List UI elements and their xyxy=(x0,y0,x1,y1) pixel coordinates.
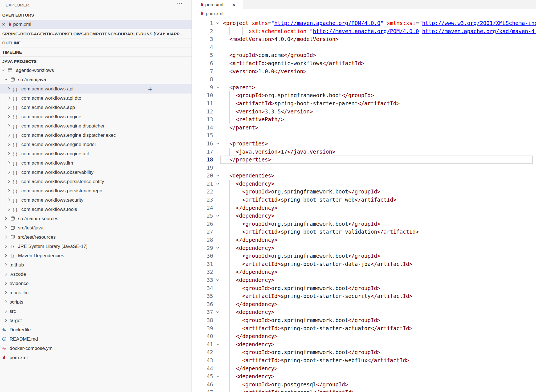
breadcrumb[interactable]: pom.xml xyxy=(192,9,536,18)
fold-icon[interactable] xyxy=(215,83,221,92)
code-line-8[interactable]: 8 xyxy=(192,75,536,83)
more-actions-icon[interactable]: ⋯ xyxy=(177,0,183,7)
line-number[interactable]: 27 xyxy=(192,228,213,236)
code-line-16[interactable]: 16 <properties> xyxy=(192,140,536,148)
line-number[interactable]: 32 xyxy=(192,268,213,276)
line-number[interactable]: 9 xyxy=(192,83,213,92)
chevron-right-icon[interactable] xyxy=(7,207,11,213)
tree-item-src-test-java[interactable]: src/test/java xyxy=(0,223,191,233)
open-editors-section-header[interactable]: OPEN EDITORS xyxy=(0,10,191,20)
fold-icon[interactable] xyxy=(215,340,221,348)
code-line-31[interactable]: 31 <artifactId>spring-boot-starter-data-… xyxy=(192,260,536,268)
fold-icon[interactable] xyxy=(215,212,221,220)
code-line-6[interactable]: 6 <artifactId>agentic-workflows</artifac… xyxy=(192,59,536,67)
code-line-47[interactable]: 47 <artifactId>postgresql</artifactId> xyxy=(192,388,536,392)
chevron-right-icon[interactable] xyxy=(4,253,8,259)
line-number[interactable]: 44 xyxy=(192,364,213,373)
code-line-34[interactable]: 34 <groupId>org.springframework.boot</gr… xyxy=(192,284,536,292)
close-icon[interactable]: × xyxy=(232,1,236,9)
timeline-section-header[interactable]: TIMELINE xyxy=(0,47,191,56)
chevron-right-icon[interactable] xyxy=(4,244,8,250)
chevron-down-icon[interactable] xyxy=(4,77,8,83)
chevron-right-icon[interactable] xyxy=(7,105,11,111)
line-number[interactable]: 37 xyxy=(192,308,213,316)
code-line-3[interactable]: 3 <modelVersion>4.0.0</modelVersion> xyxy=(192,35,536,43)
line-number[interactable]: 16 xyxy=(192,140,213,148)
line-number[interactable]: 31 xyxy=(192,260,213,268)
line-number[interactable]: 33 xyxy=(192,276,213,284)
chevron-right-icon[interactable] xyxy=(7,198,11,203)
code-line-25[interactable]: 25 <dependency> xyxy=(192,212,536,220)
fold-icon[interactable] xyxy=(215,180,221,188)
line-number[interactable]: 20 xyxy=(192,172,213,180)
code-line-37[interactable]: 37 <dependency> xyxy=(192,308,536,316)
line-number[interactable]: 47 xyxy=(192,388,213,392)
code-line-7[interactable]: 7 <version>1.0.0</version> xyxy=(192,67,536,76)
tree-item-evidence[interactable]: evidence xyxy=(0,279,191,288)
chevron-right-icon[interactable] xyxy=(4,272,8,277)
line-number[interactable]: 15 xyxy=(192,131,213,140)
tree-item-src[interactable]: src xyxy=(0,307,191,316)
line-number[interactable]: 36 xyxy=(192,300,213,308)
code-line-9[interactable]: 9 <parent> xyxy=(192,83,536,92)
line-number[interactable]: 17 xyxy=(192,148,213,156)
outline-section-header[interactable]: OUTLINE xyxy=(0,38,191,47)
line-number[interactable]: 4 xyxy=(192,43,213,51)
tree-item-scripts[interactable]: scripts xyxy=(0,297,191,307)
code-line-21[interactable]: 21 <dependency> xyxy=(192,180,536,188)
line-number[interactable]: 7 xyxy=(192,67,213,76)
tree-item-com-acme-workflows-persistence-repo[interactable]: { }com.acme.workflows.persistence.repo xyxy=(0,186,191,195)
tree-item-pom-xml[interactable]: pom.xml xyxy=(0,353,191,362)
fold-icon[interactable] xyxy=(215,140,221,148)
line-number[interactable]: 41 xyxy=(192,340,213,348)
code-line-46[interactable]: 46 <groupId>org.postgresql</groupId> xyxy=(192,380,536,389)
breadcrumb-item-pom-xml[interactable]: pom.xml xyxy=(206,11,223,16)
code-line-18[interactable]: 18 </properties> xyxy=(192,156,536,164)
chevron-right-icon[interactable] xyxy=(4,309,8,314)
code-line-20[interactable]: 20 <dependencies> xyxy=(192,172,536,180)
code-line-1[interactable]: 1<project xmlns="http://maven.apache.org… xyxy=(192,19,536,27)
code-line-23[interactable]: 23 <artifactId>spring-boot-starter-web</… xyxy=(192,196,536,204)
code-line-13[interactable]: 13 <relativePath/> xyxy=(192,115,536,124)
code-line-29[interactable]: 29 <dependency> xyxy=(192,244,536,252)
tree-item-maven-dependencies[interactable]: Maven Dependencies xyxy=(0,251,191,260)
line-number[interactable]: 40 xyxy=(192,332,213,340)
tab-pom-xml[interactable]: pom.xml × xyxy=(192,0,243,10)
line-number[interactable]: 11 xyxy=(192,99,213,108)
tree-item-readme-md[interactable]: README.md xyxy=(0,334,191,344)
tree-item-com-acme-workflows-api-dto[interactable]: { }com.acme.workflows.api.dto xyxy=(0,94,191,103)
code-line-19[interactable]: 19 xyxy=(192,164,536,172)
code-line-27[interactable]: 27 <artifactId>spring-boot-starter-valid… xyxy=(192,228,536,236)
line-number[interactable]: 18 xyxy=(192,156,213,164)
fold-icon[interactable] xyxy=(215,19,221,27)
line-number[interactable]: 21 xyxy=(192,180,213,188)
line-number[interactable]: 29 xyxy=(192,244,213,252)
fold-icon[interactable] xyxy=(215,372,221,380)
code-line-15[interactable]: 15 xyxy=(192,131,536,140)
tree-item-com-acme-workflows-tools[interactable]: { }com.acme.workflows.tools xyxy=(0,205,191,214)
chevron-right-icon[interactable] xyxy=(4,216,8,222)
chevron-right-icon[interactable] xyxy=(7,142,11,148)
chevron-right-icon[interactable] xyxy=(7,151,11,157)
tree-item-com-acme-workflows-persistence-entity[interactable]: { }com.acme.workflows.persistence.entity xyxy=(0,177,191,186)
code-line-30[interactable]: 30 <groupId>org.springframework.boot</gr… xyxy=(192,252,536,260)
chevron-right-icon[interactable] xyxy=(7,133,11,138)
tree-item-com-acme-workflows-engine-dispatcher[interactable]: { }com.acme.workflows.engine.dispatcher xyxy=(0,121,191,131)
chevron-right-icon[interactable] xyxy=(7,188,11,194)
code-line-5[interactable]: 5 <groupId>com.acme</groupId> xyxy=(192,51,536,59)
line-number[interactable]: 22 xyxy=(192,188,213,196)
tree-item-src-main-java[interactable]: src/main/java xyxy=(0,75,191,84)
line-number[interactable]: 14 xyxy=(192,124,213,132)
code-line-11[interactable]: 11 <artifactId>spring-boot-starter-paren… xyxy=(192,99,536,108)
code-line-43[interactable]: 43 <artifactId>spring-boot-starter-webfl… xyxy=(192,356,536,364)
tree-item-com-acme-workflows-engine[interactable]: { }com.acme.workflows.engine xyxy=(0,112,191,121)
code-line-44[interactable]: 44 </dependency> xyxy=(192,364,536,373)
line-number[interactable]: 45 xyxy=(192,372,213,380)
tree-item-src-main-resources[interactable]: src/main/resources xyxy=(0,214,191,223)
tree-item-agentic-workflows[interactable]: agentic-workflows xyxy=(0,66,191,75)
code-line-17[interactable]: 17 <java.version>17</java.version> xyxy=(192,148,536,156)
tree-item-com-acme-workflows-app[interactable]: { }com.acme.workflows.app xyxy=(0,103,191,112)
line-number[interactable]: 43 xyxy=(192,356,213,364)
code-line-42[interactable]: 42 <groupId>org.springframework.boot</gr… xyxy=(192,348,536,356)
chevron-right-icon[interactable] xyxy=(7,86,11,92)
